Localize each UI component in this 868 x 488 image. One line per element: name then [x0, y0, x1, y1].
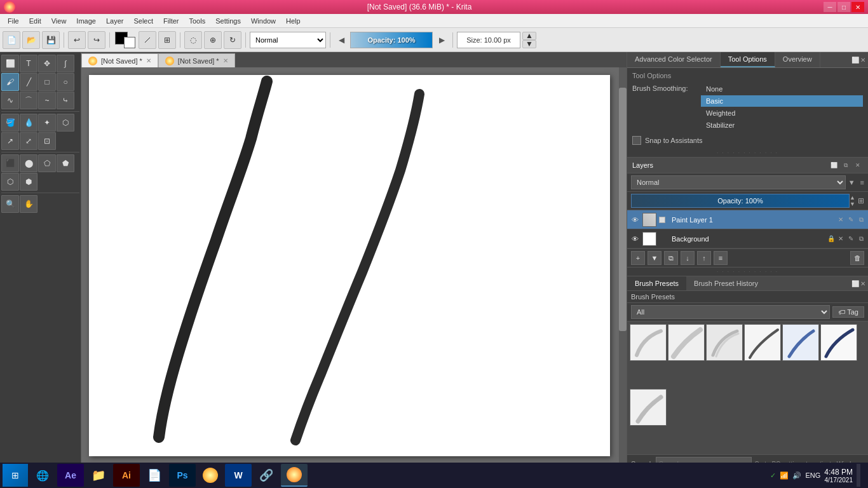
background-color[interactable] — [124, 37, 135, 48]
panel-ctrl-1[interactable]: ⬜ — [851, 57, 859, 64]
menu-image[interactable]: Image — [71, 16, 101, 26]
zoom-tool[interactable]: 🔍 — [1, 195, 19, 213]
tab-2-close[interactable]: ✕ — [223, 57, 228, 64]
brush-panel-ctrl-2[interactable]: ✕ — [860, 280, 865, 287]
fill-tool[interactable]: 🪣 — [1, 114, 19, 132]
rect-select-tool[interactable]: ⬛ — [1, 154, 19, 172]
tab-1[interactable]: [Not Saved] * ✕ — [81, 53, 158, 67]
delete-layer-btn[interactable]: 🗑 — [850, 251, 864, 265]
redo-button[interactable]: ↪ — [88, 31, 105, 49]
brush-preset-6[interactable] — [820, 324, 857, 361]
eraser-btn[interactable]: ◌ — [184, 31, 202, 49]
opacity-right-btn[interactable]: ▶ — [435, 33, 449, 47]
tab-brush-history[interactable]: Brush Preset History — [686, 276, 766, 290]
magnetic-select-tool[interactable]: ⬡ — [1, 173, 19, 191]
menu-view[interactable]: View — [46, 16, 72, 26]
layers-ctrl-1[interactable]: ⬜ — [829, 160, 839, 170]
ellipse-select-tool[interactable]: ⬤ — [20, 154, 37, 172]
panel-ctrl-2[interactable]: ✕ — [860, 57, 865, 64]
freehand-select-tool[interactable]: ⬟ — [57, 154, 74, 172]
tab-overview[interactable]: Overview — [775, 52, 820, 67]
opacity-down-btn[interactable]: ▼ — [850, 201, 855, 207]
layers-ctrl-3[interactable]: ✕ — [853, 160, 863, 170]
similar-select-tool[interactable]: ⬢ — [20, 173, 37, 191]
minimize-button[interactable]: ─ — [824, 2, 836, 12]
text-tool[interactable]: T — [20, 55, 37, 72]
layer-1-edit[interactable]: ✎ — [846, 216, 855, 224]
start-button[interactable]: ⊞ — [3, 464, 28, 487]
brush-preset-3[interactable] — [706, 324, 743, 361]
taskbar-browser[interactable]: 🌐 — [29, 464, 56, 487]
layer-item-paint[interactable]: 👁 Paint Layer 1 ✕ ✎ ⧉ — [627, 210, 868, 229]
smooth-none[interactable]: None — [701, 83, 863, 95]
smart-tool[interactable]: ~ — [38, 92, 56, 109]
taskbar-explorer[interactable]: 📁 — [85, 464, 112, 487]
rect-tool[interactable]: □ — [38, 73, 56, 91]
opacity-up-btn[interactable]: ▲ — [850, 194, 855, 201]
brush-panel-ctrl-1[interactable]: ⬜ — [851, 280, 859, 287]
polygon-select-tool[interactable]: ⬠ — [38, 154, 56, 172]
eyedropper-tool[interactable]: 💧 — [20, 114, 37, 132]
dynamic-tool[interactable]: ⤷ — [57, 92, 74, 109]
smooth-weighted[interactable]: Weighted — [701, 107, 863, 119]
select-tool[interactable]: ⬜ — [1, 55, 19, 72]
bezier-tool[interactable]: ∿ — [1, 92, 19, 109]
tab-1-close[interactable]: ✕ — [146, 57, 151, 64]
opacity-add-btn[interactable]: ⊞ — [858, 196, 864, 205]
tag-button[interactable]: 🏷 Tag — [832, 306, 864, 318]
opacity-bar[interactable]: Opacity: 100% — [350, 32, 433, 48]
smart-patch-tool[interactable]: ✦ — [38, 114, 56, 132]
sys-show-desktop[interactable] — [857, 464, 860, 487]
blend-mode-select[interactable]: Normal — [250, 32, 326, 48]
taskbar-word[interactable]: W — [225, 464, 252, 487]
taskbar-link[interactable]: 🔗 — [253, 464, 280, 487]
layer-2-edit[interactable]: ✕ — [836, 235, 845, 243]
burn-tool[interactable]: ⬡ — [57, 114, 74, 132]
layers-settings-btn[interactable]: ≡ — [860, 179, 864, 186]
menu-select[interactable]: Select — [128, 16, 158, 26]
freehand-tool[interactable]: ∫ — [57, 55, 74, 72]
brush-preset-5[interactable] — [782, 324, 819, 361]
canvas-wrapper[interactable] — [81, 67, 627, 473]
layers-filter-btn[interactable]: ▼ — [848, 179, 855, 186]
smooth-stabilizer[interactable]: Stabilizer — [701, 119, 863, 131]
menu-settings[interactable]: Settings — [210, 16, 246, 26]
save-button[interactable]: 💾 — [42, 31, 60, 49]
copy-layer-btn[interactable]: ⧉ — [664, 251, 678, 265]
size-up-btn[interactable]: ▲ — [522, 32, 536, 40]
tab-brush-presets[interactable]: Brush Presets — [627, 276, 686, 290]
layers-blend-select[interactable]: Normal — [631, 175, 846, 189]
open-button[interactable]: 📂 — [22, 31, 40, 49]
menu-filter[interactable]: Filter — [158, 16, 184, 26]
add-layer-btn[interactable]: + — [631, 251, 645, 265]
menu-layer[interactable]: Layer — [101, 16, 129, 26]
layer-1-copy[interactable]: ⧉ — [857, 216, 865, 224]
grid-btn[interactable]: ⊞ — [158, 31, 176, 49]
close-button[interactable]: ✕ — [851, 2, 864, 12]
move-layer-down-btn[interactable]: ↓ — [681, 251, 695, 265]
layers-ctrl-2[interactable]: ⧉ — [841, 160, 851, 170]
ellipse-tool[interactable]: ○ — [57, 73, 74, 91]
menu-edit[interactable]: Edit — [24, 16, 46, 26]
undo-button[interactable]: ↩ — [68, 31, 86, 49]
layer-2-copy[interactable]: ✎ — [846, 235, 855, 243]
tab-advanced-color[interactable]: Advanced Color Selector — [627, 52, 721, 67]
brush-stroke-btn[interactable]: ⟋ — [139, 31, 156, 49]
brush-preset-2[interactable] — [668, 324, 705, 361]
size-down-btn[interactable]: ▼ — [522, 40, 536, 48]
line-tool[interactable]: ╱ — [20, 73, 37, 91]
layer-2-del[interactable]: ⧉ — [857, 235, 865, 243]
align-btn[interactable]: ⊕ — [204, 31, 222, 49]
pan-tool[interactable]: ✋ — [20, 195, 37, 213]
brush-preset-1[interactable] — [630, 324, 667, 361]
layer-eye-2[interactable]: 👁 — [630, 234, 640, 244]
menu-help[interactable]: Help — [281, 16, 306, 26]
layers-opacity-bar[interactable]: Opacity: 100% — [631, 194, 850, 208]
tab-2[interactable]: [Not Saved] * ✕ — [158, 53, 235, 67]
brush-preset-7[interactable] — [630, 389, 667, 426]
rotate-btn[interactable]: ↻ — [224, 31, 241, 49]
taskbar-notepad[interactable]: 📄 — [141, 464, 168, 487]
tab-tool-options[interactable]: Tool Options — [721, 52, 775, 67]
taskbar-ps[interactable]: Ps — [169, 464, 196, 487]
cage-tool[interactable]: ⊡ — [38, 132, 56, 150]
